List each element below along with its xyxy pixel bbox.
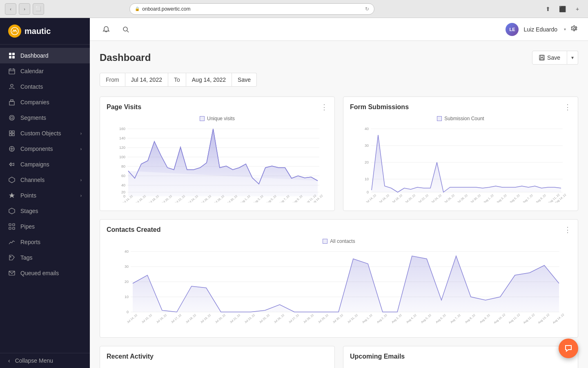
- svg-text:Jul 14, 22: Jul 14, 22: [365, 194, 377, 202]
- svg-text:Jul 25, 22: Jul 25, 22: [259, 314, 270, 324]
- from-date-value[interactable]: Jul 14, 2022: [125, 73, 168, 87]
- sidebar-item-label: Companies: [20, 99, 49, 105]
- to-date-value[interactable]: Aug 14, 2022: [186, 73, 232, 87]
- svg-text:60: 60: [121, 174, 125, 178]
- svg-text:Jul 30, 22: Jul 30, 22: [470, 194, 481, 202]
- page-visits-legend: Unique visits: [107, 116, 328, 121]
- save-dropdown-button[interactable]: ▾: [567, 51, 578, 65]
- search-button[interactable]: [119, 23, 132, 36]
- svg-text:0: 0: [367, 190, 369, 194]
- back-button[interactable]: ‹: [5, 3, 16, 15]
- sidebar-item-points[interactable]: Points ›: [0, 188, 90, 203]
- svg-text:20: 20: [121, 190, 125, 194]
- svg-text:Jul 29, 22: Jul 29, 22: [318, 314, 329, 324]
- date-save-button[interactable]: Save: [232, 73, 257, 87]
- save-label: Save: [547, 54, 560, 61]
- sidebar-item-pipes[interactable]: Pipes: [0, 219, 90, 234]
- chevron-right-icon: ›: [80, 193, 82, 198]
- contacts-icon: [8, 83, 16, 90]
- sidebar-item-label: Custom Objects: [20, 130, 61, 137]
- svg-text:140: 140: [119, 136, 125, 140]
- logo-name: mautic: [24, 27, 51, 36]
- contacts-created-menu-button[interactable]: ⋮: [564, 226, 571, 233]
- chevron-left-icon: ‹: [8, 357, 10, 364]
- svg-text:Jul 16, 22: Jul 16, 22: [156, 314, 167, 324]
- svg-text:Jul 23, 22: Jul 23, 22: [244, 314, 256, 324]
- sidebar-item-campaigns[interactable]: Campaigns: [0, 157, 90, 172]
- sidebar-item-segments[interactable]: Segments: [0, 110, 90, 126]
- svg-text:Jul 24, 22: Jul 24, 22: [431, 194, 442, 202]
- svg-text:Aug 13, 22: Aug 13, 22: [537, 313, 550, 324]
- browser-nav-buttons: ‹ › ⬜: [5, 3, 44, 15]
- settings-button[interactable]: [571, 25, 578, 34]
- page-visits-chart: 160 140 120 100 80 60 40 20 0: [107, 125, 328, 204]
- sidebar-item-channels[interactable]: Channels ›: [0, 172, 90, 188]
- sidebar-item-label: Reports: [20, 239, 40, 245]
- recent-activity-card: Recent Activity: [100, 346, 335, 368]
- sidebar-item-dashboard[interactable]: Dashboard: [0, 48, 90, 63]
- sidebar-item-components[interactable]: Components ›: [0, 141, 90, 157]
- svg-rect-17: [12, 134, 14, 136]
- tab-tile-button[interactable]: ⬛: [557, 3, 568, 15]
- svg-text:20: 20: [125, 280, 129, 284]
- sidebar-item-stages[interactable]: Stages: [0, 203, 90, 219]
- channels-icon: [8, 176, 16, 184]
- url-text: onboard.powertic.com: [142, 6, 190, 12]
- legend-label: Unique visits: [207, 116, 235, 121]
- svg-text:Jul 21, 22: Jul 21, 22: [229, 314, 241, 324]
- svg-rect-5: [9, 69, 15, 74]
- sidebar-item-custom-objects[interactable]: Custom Objects ›: [0, 126, 90, 141]
- sidebar-item-companies[interactable]: Companies: [0, 94, 90, 110]
- new-tab-button[interactable]: +: [572, 3, 583, 15]
- svg-text:Aug 5, 22: Aug 5, 22: [509, 194, 521, 202]
- stages-icon: [8, 207, 16, 215]
- campaigns-icon: [8, 161, 16, 168]
- svg-text:100: 100: [119, 155, 125, 159]
- top-charts-row: Page Visits ⋮ Unique visits: [100, 96, 578, 211]
- user-dropdown-button[interactable]: ▾: [564, 27, 566, 31]
- maximize-button[interactable]: ⬜: [33, 3, 44, 15]
- sidebar-item-calendar[interactable]: Calendar: [0, 63, 90, 79]
- collapse-menu-button[interactable]: ‹ Collapse Menu: [0, 353, 90, 368]
- svg-text:Jul 26, 22: Jul 26, 22: [444, 194, 455, 202]
- sidebar-item-queued-emails[interactable]: Queued emails: [0, 265, 90, 281]
- sidebar-item-contacts[interactable]: Contacts: [0, 79, 90, 94]
- page-visits-menu-button[interactable]: ⋮: [321, 103, 328, 111]
- svg-marker-21: [9, 177, 15, 183]
- svg-rect-27: [13, 227, 15, 229]
- reports-icon: [8, 238, 16, 246]
- svg-text:10: 10: [125, 295, 129, 299]
- legend-label: All contacts: [330, 238, 355, 244]
- notification-button[interactable]: [100, 23, 113, 36]
- svg-rect-15: [12, 131, 14, 133]
- url-bar[interactable]: 🔒 onboard.powertic.com ↻: [129, 3, 374, 15]
- svg-text:Aug 7, 22: Aug 7, 22: [522, 194, 534, 202]
- custom-objects-icon: [8, 130, 16, 137]
- pipes-icon: [8, 223, 16, 230]
- points-icon: [8, 192, 16, 199]
- sidebar: mautic Dashboard Calendar Contacts: [0, 18, 90, 368]
- dashboard-area: Dashboard Save ▾ From Jul 14, 2022 To Au…: [90, 41, 588, 368]
- svg-marker-22: [9, 193, 15, 198]
- svg-rect-16: [9, 134, 11, 136]
- sidebar-item-tags[interactable]: Tags: [0, 250, 90, 265]
- svg-text:20: 20: [365, 160, 369, 164]
- chat-bubble-button[interactable]: [559, 339, 578, 358]
- svg-text:Aug 4, 22: Aug 4, 22: [406, 314, 417, 324]
- sidebar-item-reports[interactable]: Reports: [0, 234, 90, 250]
- svg-rect-1: [9, 53, 11, 55]
- save-button[interactable]: Save: [532, 51, 567, 65]
- sidebar-item-label: Stages: [20, 208, 38, 214]
- svg-text:Jul 28, 22: Jul 28, 22: [303, 314, 314, 324]
- legend-label: Submission Count: [444, 116, 484, 121]
- svg-text:Jul 27, 22: Jul 27, 22: [288, 314, 300, 324]
- tags-icon: [8, 254, 16, 261]
- svg-rect-34: [541, 55, 543, 57]
- topbar-right: LE Luiz Eduardo ▾: [506, 23, 578, 36]
- refresh-icon[interactable]: ↻: [365, 6, 369, 12]
- forward-button[interactable]: ›: [19, 3, 30, 15]
- share-button[interactable]: ⬆: [542, 3, 554, 15]
- page-visits-card: Page Visits ⋮ Unique visits: [100, 96, 335, 211]
- svg-text:Aug 1, 22: Aug 1, 22: [362, 314, 373, 324]
- form-submissions-menu-button[interactable]: ⋮: [564, 103, 571, 111]
